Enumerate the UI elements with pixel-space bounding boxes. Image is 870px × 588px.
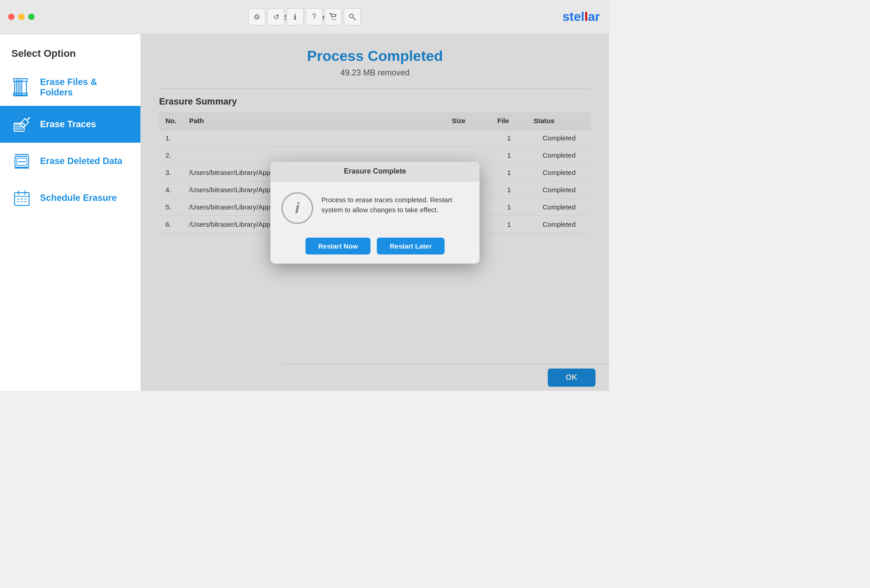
window-controls — [8, 14, 35, 20]
restart-now-button[interactable]: Restart Now — [305, 238, 371, 254]
sidebar-item-erase-files[interactable]: Erase Files & Folders — [0, 69, 140, 106]
modal-overlay: Erasure Complete i Process to erase trac… — [141, 34, 609, 391]
modal-titlebar: Erasure Complete — [270, 162, 480, 181]
sidebar-item-schedule-erasure[interactable]: Schedule Erasure — [0, 179, 140, 216]
svg-point-6 — [350, 14, 353, 18]
sidebar-title: Select Option — [0, 43, 140, 69]
sidebar: Select Option Erase Files & Folders — [0, 34, 141, 391]
content-area: Process Completed 49.23 MB removed Erasu… — [141, 34, 609, 391]
close-button[interactable] — [8, 14, 15, 20]
cart-button[interactable] — [325, 8, 342, 25]
toolbar: ⚙ ↺ ℹ ? — [248, 8, 361, 25]
sidebar-item-label-erase-traces: Erase Traces — [40, 119, 96, 130]
modal-info-icon: i — [281, 192, 313, 224]
erase-deleted-icon — [11, 151, 32, 171]
main-layout: Select Option Erase Files & Folders — [0, 34, 609, 391]
sidebar-item-erase-deleted[interactable]: Erase Deleted Data — [0, 143, 140, 179]
modal-body: i Process to erase traces completed. Res… — [270, 181, 480, 233]
sidebar-item-label-erase-files: Erase Files & Folders — [40, 77, 129, 98]
sidebar-item-label-schedule-erasure: Schedule Erasure — [40, 193, 117, 203]
erase-files-icon — [11, 77, 32, 98]
modal-dialog: Erasure Complete i Process to erase trac… — [270, 162, 480, 264]
erase-traces-icon — [11, 114, 32, 135]
sidebar-item-erase-traces[interactable]: Erase Traces — [0, 106, 140, 143]
svg-point-4 — [332, 19, 333, 20]
sidebar-item-label-erase-deleted: Erase Deleted Data — [40, 156, 122, 166]
schedule-erasure-icon — [11, 188, 32, 208]
restart-later-button[interactable]: Restart Later — [377, 238, 445, 254]
modal-message: Process to erase traces completed. Resta… — [321, 192, 469, 215]
info-button[interactable]: ℹ — [286, 8, 304, 25]
titlebar: Stellar File Eraser ⚙ ↺ ℹ ? stellar — [0, 0, 609, 34]
stellar-logo: stellar — [563, 10, 600, 24]
refresh-button[interactable]: ↺ — [267, 8, 285, 25]
settings-button[interactable]: ⚙ — [248, 8, 265, 25]
key-button[interactable] — [344, 8, 361, 25]
modal-footer: Restart Now Restart Later — [270, 233, 480, 264]
minimize-button[interactable] — [18, 14, 25, 20]
help-button[interactable]: ? — [305, 8, 323, 25]
svg-point-5 — [335, 19, 335, 20]
maximize-button[interactable] — [28, 14, 35, 20]
